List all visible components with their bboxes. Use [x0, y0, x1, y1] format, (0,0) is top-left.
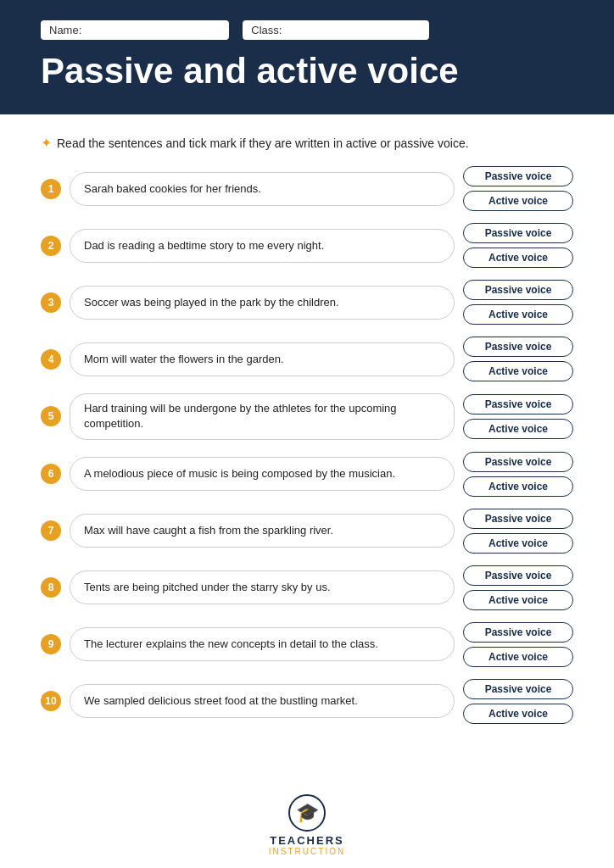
logo-circle: 🎓	[288, 794, 326, 832]
passive-voice-btn-10[interactable]: Passive voice	[463, 679, 573, 699]
question-text-7: Max will have caught a fish from the spa…	[70, 514, 455, 548]
question-text-5: Hard training will be undergone by the a…	[70, 393, 455, 439]
active-voice-btn-5[interactable]: Active voice	[463, 419, 573, 439]
question-text-9: The lecturer explains the new concepts i…	[70, 627, 455, 661]
header: Name: Class: Passive and active voice	[0, 0, 614, 114]
passive-voice-btn-2[interactable]: Passive voice	[463, 223, 573, 243]
name-input[interactable]	[85, 24, 220, 36]
graduation-cap-icon: 🎓	[296, 802, 319, 824]
brand-name-bottom: INSTRUCTION	[269, 847, 345, 856]
question-row: 1Sarah baked cookies for her friends.Pas…	[41, 166, 573, 211]
active-voice-btn-7[interactable]: Active voice	[463, 533, 573, 554]
brand-name-top: TEACHERS	[270, 834, 344, 847]
fields-row: Name: Class:	[41, 20, 573, 40]
question-row: 3Soccer was being played in the park by …	[41, 280, 573, 325]
passive-voice-btn-6[interactable]: Passive voice	[463, 452, 573, 472]
question-text-10: We sampled delicious street food at the …	[70, 684, 455, 718]
active-voice-btn-2[interactable]: Active voice	[463, 248, 573, 268]
active-voice-btn-3[interactable]: Active voice	[463, 304, 573, 325]
question-options-7: Passive voiceActive voice	[463, 509, 573, 554]
passive-voice-btn-5[interactable]: Passive voice	[463, 394, 573, 415]
class-label: Class:	[251, 24, 282, 36]
question-row: 2Dad is reading a bedtime story to me ev…	[41, 223, 573, 268]
question-text-6: A melodious piece of music is being comp…	[70, 457, 455, 491]
question-number-6: 6	[41, 464, 61, 484]
question-row: 8Tents are being pitched under the starr…	[41, 565, 573, 610]
question-text-8: Tents are being pitched under the starry…	[70, 570, 455, 604]
questions-list: 1Sarah baked cookies for her friends.Pas…	[41, 166, 573, 723]
name-field-box: Name:	[41, 20, 229, 40]
page: Name: Class: Passive and active voice ✦ …	[0, 0, 614, 868]
question-row: 6A melodious piece of music is being com…	[41, 452, 573, 497]
class-input[interactable]	[285, 24, 421, 36]
question-text-3: Soccer was being played in the park by t…	[70, 286, 455, 320]
question-row: 4Mom will water the flowers in the garde…	[41, 337, 573, 381]
star-icon: ✦	[41, 135, 52, 151]
passive-voice-btn-3[interactable]: Passive voice	[463, 280, 573, 300]
active-voice-btn-4[interactable]: Active voice	[463, 361, 573, 381]
question-options-8: Passive voiceActive voice	[463, 565, 573, 610]
class-field-box: Class:	[243, 20, 429, 40]
question-row: 7Max will have caught a fish from the sp…	[41, 509, 573, 554]
question-options-1: Passive voiceActive voice	[463, 166, 573, 211]
question-number-8: 8	[41, 577, 61, 598]
question-options-9: Passive voiceActive voice	[463, 622, 573, 667]
question-number-3: 3	[41, 292, 61, 313]
question-row: 5Hard training will be undergone by the …	[41, 393, 573, 439]
active-voice-btn-6[interactable]: Active voice	[463, 476, 573, 497]
question-text-2: Dad is reading a bedtime story to me eve…	[70, 229, 455, 263]
question-row: 10We sampled delicious street food at th…	[41, 679, 573, 724]
footer-logo: 🎓 TEACHERS INSTRUCTION	[269, 794, 345, 856]
active-voice-btn-10[interactable]: Active voice	[463, 704, 573, 724]
question-number-5: 5	[41, 406, 61, 426]
question-text-1: Sarah baked cookies for her friends.	[70, 172, 455, 206]
question-text-4: Mom will water the flowers in the garden…	[70, 342, 455, 376]
page-title: Passive and active voice	[41, 52, 573, 91]
question-options-3: Passive voiceActive voice	[463, 280, 573, 325]
question-number-1: 1	[41, 179, 61, 199]
passive-voice-btn-8[interactable]: Passive voice	[463, 565, 573, 586]
question-number-9: 9	[41, 634, 61, 654]
instruction: ✦ Read the sentences and tick mark if th…	[41, 135, 573, 151]
question-options-2: Passive voiceActive voice	[463, 223, 573, 268]
content: ✦ Read the sentences and tick mark if th…	[0, 114, 614, 779]
question-options-6: Passive voiceActive voice	[463, 452, 573, 497]
question-row: 9The lecturer explains the new concepts …	[41, 622, 573, 667]
question-options-10: Passive voiceActive voice	[463, 679, 573, 724]
question-options-5: Passive voiceActive voice	[463, 394, 573, 439]
passive-voice-btn-9[interactable]: Passive voice	[463, 622, 573, 643]
question-number-7: 7	[41, 520, 61, 541]
passive-voice-btn-1[interactable]: Passive voice	[463, 166, 573, 186]
question-number-4: 4	[41, 349, 61, 370]
question-number-10: 10	[41, 691, 61, 711]
active-voice-btn-9[interactable]: Active voice	[463, 647, 573, 667]
name-label: Name:	[49, 24, 81, 36]
passive-voice-btn-4[interactable]: Passive voice	[463, 337, 573, 357]
question-options-4: Passive voiceActive voice	[463, 337, 573, 381]
active-voice-btn-8[interactable]: Active voice	[463, 590, 573, 610]
active-voice-btn-1[interactable]: Active voice	[463, 191, 573, 211]
question-number-2: 2	[41, 236, 61, 256]
passive-voice-btn-7[interactable]: Passive voice	[463, 509, 573, 529]
footer: 🎓 TEACHERS INSTRUCTION	[0, 779, 614, 868]
